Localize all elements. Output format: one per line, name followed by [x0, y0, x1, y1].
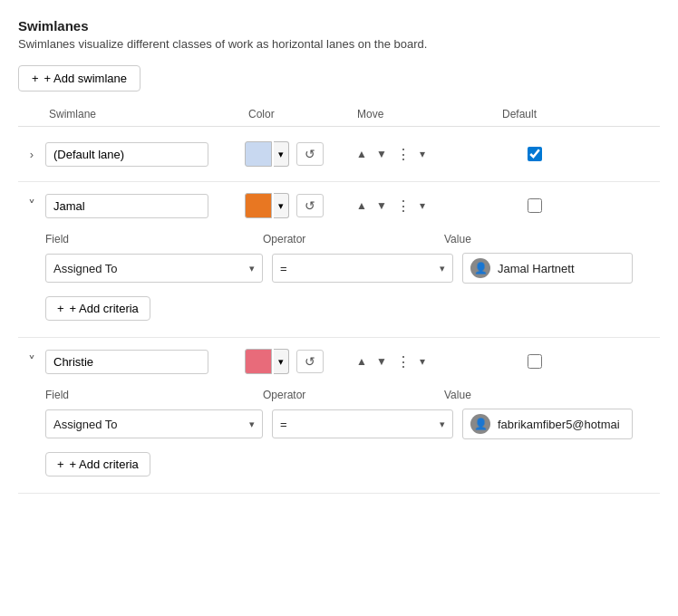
jamal-more-button[interactable]: ⋮: [393, 196, 413, 217]
page-title: Swimlanes: [18, 18, 660, 34]
christie-refresh-button[interactable]: ↺: [296, 350, 324, 373]
default-refresh-button[interactable]: ↺: [296, 142, 324, 166]
christie-move-down-button[interactable]: ▼: [373, 353, 390, 370]
christie-color-dropdown-button[interactable]: ▾: [274, 349, 289, 374]
jamal-criteria-labels: Field Operator Value: [45, 233, 633, 245]
jamal-move-up-button[interactable]: ▲: [354, 197, 370, 214]
default-color-picker: ▾ ↺: [245, 141, 354, 167]
jamal-lane-name-input[interactable]: [45, 194, 208, 218]
swimlane-default: › ▾ ↺ ▲ ▼ ⋮ ▾: [18, 134, 660, 182]
swimlane-jamal: ˅ ▾ ↺ ▲ ▼ ⋮ ▾ Field Operator Value Assig…: [18, 186, 660, 338]
expand-default-button[interactable]: ›: [18, 146, 45, 163]
christie-field-select-value: Assigned To: [53, 418, 118, 431]
christie-color-swatch: [245, 349, 272, 374]
col-swimlane-header: Swimlane: [45, 108, 245, 120]
jamal-dropdown-button[interactable]: ▾: [417, 197, 428, 214]
jamal-add-criteria-label: + Add criteria: [70, 302, 139, 315]
default-lane-name-input[interactable]: [45, 142, 208, 167]
christie-field-label: Field: [45, 389, 263, 401]
christie-dropdown-button[interactable]: ▾: [417, 353, 428, 370]
christie-criteria-section: Field Operator Value Assigned To ▾ = ▾ 👤…: [18, 381, 660, 486]
jamal-value-text: Jamal Hartnett: [498, 262, 575, 275]
christie-criteria-row: Assigned To ▾ = ▾ 👤 fabrikamfiber5@hotma…: [45, 409, 633, 439]
jamal-color-picker: ▾ ↺: [245, 193, 354, 218]
jamal-value-label: Value: [444, 233, 633, 245]
christie-operator-chevron-icon: ▾: [440, 419, 445, 430]
expand-christie-button[interactable]: ˅: [18, 351, 45, 372]
christie-move-up-button[interactable]: ▲: [354, 353, 370, 370]
christie-value-text: fabrikamfiber5@hotmai: [498, 418, 620, 431]
default-color-swatch: [245, 141, 272, 167]
jamal-criteria-row: Assigned To ▾ = ▾ 👤 Jamal Hartnett: [45, 253, 633, 284]
christie-lane-checkbox[interactable]: [528, 354, 542, 369]
christie-operator-select[interactable]: = ▾: [272, 409, 453, 438]
default-move-up-button[interactable]: ▲: [354, 146, 370, 162]
christie-add-criteria-plus-icon: +: [57, 457, 64, 471]
default-more-button[interactable]: ⋮: [393, 144, 413, 165]
default-lane-checkbox[interactable]: [528, 147, 542, 161]
christie-avatar-icon: 👤: [470, 414, 490, 434]
default-dropdown-button[interactable]: ▾: [417, 146, 428, 162]
default-move-controls: ▲ ▼ ⋮ ▾: [354, 144, 499, 165]
christie-operator-value: =: [280, 418, 287, 431]
jamal-add-criteria-button[interactable]: + + Add criteria: [45, 296, 150, 321]
christie-field-select[interactable]: Assigned To ▾: [45, 409, 263, 438]
column-headers: Swimlane Color Move Default: [18, 108, 660, 127]
christie-color-picker: ▾ ↺: [245, 349, 354, 374]
jamal-field-select[interactable]: Assigned To ▾: [45, 254, 263, 283]
add-swimlane-label: + Add swimlane: [44, 72, 127, 85]
col-default-header: Default: [499, 108, 571, 120]
default-checkbox-container: [499, 147, 571, 161]
christie-add-criteria-label: + Add criteria: [70, 457, 139, 471]
default-move-down-button[interactable]: ▼: [373, 146, 390, 162]
swimlane-jamal-row: ˅ ▾ ↺ ▲ ▼ ⋮ ▾: [18, 186, 660, 226]
jamal-checkbox-container: [499, 198, 571, 213]
christie-value-field: 👤 fabrikamfiber5@hotmai: [462, 409, 633, 439]
christie-add-criteria-button[interactable]: + + Add criteria: [45, 452, 150, 476]
jamal-avatar-icon: 👤: [470, 258, 490, 278]
jamal-refresh-button[interactable]: ↺: [296, 194, 324, 217]
jamal-operator-value: =: [280, 262, 287, 275]
jamal-operator-label: Operator: [263, 233, 444, 245]
christie-field-chevron-icon: ▾: [249, 419, 255, 430]
expand-jamal-button[interactable]: ˅: [18, 196, 45, 217]
add-swimlane-button[interactable]: + + Add swimlane: [18, 65, 140, 91]
default-color-dropdown-button[interactable]: ▾: [274, 141, 289, 167]
jamal-field-select-value: Assigned To: [53, 262, 118, 275]
christie-operator-label: Operator: [263, 389, 444, 401]
christie-criteria-labels: Field Operator Value: [45, 389, 633, 401]
christie-value-label: Value: [444, 389, 633, 401]
jamal-criteria-section: Field Operator Value Assigned To ▾ = ▾ 👤…: [18, 226, 660, 330]
jamal-move-controls: ▲ ▼ ⋮ ▾: [354, 196, 499, 217]
jamal-move-down-button[interactable]: ▼: [373, 197, 390, 214]
jamal-operator-select[interactable]: = ▾: [272, 254, 453, 283]
jamal-operator-chevron-icon: ▾: [440, 263, 445, 274]
jamal-color-dropdown-button[interactable]: ▾: [274, 193, 289, 218]
christie-more-button[interactable]: ⋮: [393, 351, 413, 372]
christie-move-controls: ▲ ▼ ⋮ ▾: [354, 351, 499, 372]
swimlane-default-row: › ▾ ↺ ▲ ▼ ⋮ ▾: [18, 134, 660, 174]
col-move-header: Move: [354, 108, 499, 120]
jamal-field-label: Field: [45, 233, 263, 245]
swimlane-christie-row: ˅ ▾ ↺ ▲ ▼ ⋮ ▾: [18, 342, 660, 381]
christie-checkbox-container: [499, 354, 571, 369]
jamal-value-field: 👤 Jamal Hartnett: [462, 253, 633, 284]
jamal-color-swatch: [245, 193, 272, 218]
swimlane-christie: ˅ ▾ ↺ ▲ ▼ ⋮ ▾ Field Operator Value Assig…: [18, 342, 660, 494]
col-color-header: Color: [245, 108, 354, 120]
plus-icon: +: [32, 72, 39, 85]
jamal-field-chevron-icon: ▾: [249, 263, 255, 274]
christie-lane-name-input[interactable]: [45, 350, 208, 374]
jamal-lane-checkbox[interactable]: [528, 198, 542, 213]
page-subtitle: Swimlanes visualize different classes of…: [18, 37, 660, 51]
jamal-add-criteria-plus-icon: +: [57, 302, 64, 315]
